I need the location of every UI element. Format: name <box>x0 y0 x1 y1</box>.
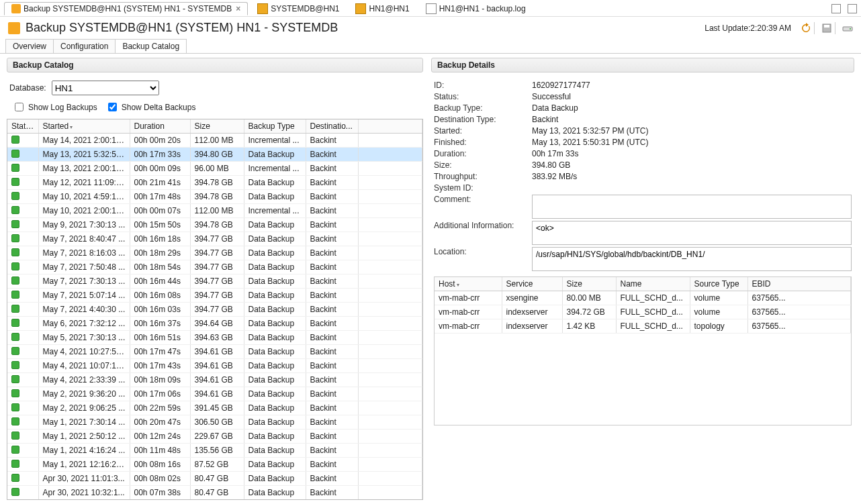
col-service[interactable]: Service <box>502 277 562 291</box>
hsize-cell: 394.72 GB <box>562 305 616 319</box>
table-row[interactable]: May 1, 2021 7:30:14 ...00h 20m 47s306.50… <box>7 415 422 430</box>
table-row[interactable]: May 7, 2021 4:40:30 ...00h 16m 03s394.77… <box>7 303 422 317</box>
table-row[interactable]: May 5, 2021 7:30:13 ...00h 16m 51s394.63… <box>7 331 422 345</box>
col-duration[interactable]: Duration <box>130 119 190 134</box>
subtab-overview[interactable]: Overview <box>5 39 54 53</box>
col-ebid[interactable]: EBID <box>747 277 851 291</box>
started-cell: Apr 30, 2021 11:01:3... <box>38 472 130 486</box>
table-row[interactable]: May 2, 2021 9:36:20 ...00h 17m 06s394.61… <box>7 387 422 401</box>
started-cell: May 4, 2021 10:07:13... <box>38 359 130 373</box>
show-delta-backups-checkbox[interactable]: Show Delta Backups <box>105 101 196 113</box>
table-row[interactable]: May 13, 2021 5:32:57...00h 17m 33s394.80… <box>7 148 422 162</box>
comment-textarea[interactable] <box>532 195 852 219</box>
val-system-id <box>532 183 852 193</box>
col-filler <box>358 119 422 134</box>
minimize-icon[interactable] <box>831 4 841 13</box>
col-hsize[interactable]: Size <box>562 277 616 291</box>
status-cell <box>7 289 38 303</box>
duration-cell: 00h 16m 18s <box>130 232 190 246</box>
table-row[interactable]: May 1, 2021 2:50:12 ...00h 12m 24s229.67… <box>7 430 422 444</box>
drive-button[interactable] <box>842 23 853 34</box>
table-row[interactable]: May 1, 2021 4:16:24 ...00h 11m 48s135.56… <box>7 444 422 458</box>
table-row[interactable]: May 1, 2021 12:16:21...00h 08m 16s87.52 … <box>7 458 422 472</box>
started-cell: May 4, 2021 2:33:39 ... <box>38 373 130 387</box>
type-cell: Data Backup <box>244 444 306 458</box>
host-table[interactable]: Host Service Size Name Source Type EBID … <box>435 277 851 334</box>
maximize-icon[interactable] <box>848 4 857 13</box>
status-cell <box>7 232 38 246</box>
table-row[interactable]: May 14, 2021 2:00:13...00h 00m 20s112.00… <box>7 134 422 148</box>
dest-cell: Backint <box>306 373 358 387</box>
lbl-comment: Comment: <box>434 195 521 219</box>
host-table-box[interactable]: Host Service Size Name Source Type EBID … <box>434 276 852 425</box>
subtab-backup-catalog[interactable]: Backup Catalog <box>115 39 187 53</box>
table-row[interactable]: May 6, 2021 7:32:12 ...00h 16m 37s394.64… <box>7 317 422 331</box>
status-ok-icon <box>11 220 19 228</box>
location-textarea[interactable] <box>532 247 852 271</box>
col-source-type[interactable]: Source Type <box>690 277 747 291</box>
panel-backup-catalog: Backup Catalog Database: HN1 Show Log Ba… <box>7 58 423 500</box>
type-cell: Data Backup <box>244 387 306 401</box>
table-row[interactable]: May 7, 2021 5:07:14 ...00h 16m 08s394.77… <box>7 289 422 303</box>
size-cell: 135.56 GB <box>190 444 244 458</box>
col-size[interactable]: Size <box>190 119 244 134</box>
col-host[interactable]: Host <box>435 277 502 291</box>
table-row[interactable]: May 13, 2021 2:00:13...00h 00m 09s96.00 … <box>7 162 422 176</box>
table-row[interactable]: Apr 30, 2021 11:01:3...00h 08m 02s80.47 … <box>7 472 422 486</box>
type-cell: Data Backup <box>244 274 306 289</box>
status-ok-icon <box>11 375 19 383</box>
duration-cell: 00h 22m 59s <box>130 401 190 415</box>
table-row[interactable]: May 4, 2021 2:33:39 ...00h 18m 09s394.61… <box>7 373 422 387</box>
table-row[interactable]: May 7, 2021 7:50:48 ...00h 18m 54s394.77… <box>7 260 422 274</box>
table-row[interactable]: vm-mab-crrindexserver1.42 KBFULL_SCHD_d.… <box>435 319 851 334</box>
table-row[interactable]: May 10, 2021 2:00:14...00h 00m 07s112.00… <box>7 204 422 218</box>
col-started[interactable]: Started <box>38 119 130 134</box>
type-cell: Data Backup <box>244 148 306 162</box>
status-ok-icon <box>11 347 19 355</box>
table-row[interactable]: May 10, 2021 4:59:10...00h 17m 48s394.78… <box>7 190 422 204</box>
col-backup-type[interactable]: Backup Type <box>244 119 306 134</box>
save-button[interactable] <box>821 23 832 34</box>
add-info-textarea[interactable] <box>532 221 852 245</box>
database-select[interactable]: HN1 <box>52 81 159 95</box>
catalog-table-scroll[interactable]: Status Started Duration Size Backup Type… <box>7 119 422 499</box>
show-log-backups-checkbox[interactable]: Show Log Backups <box>12 101 97 113</box>
table-row[interactable]: vm-mab-crrindexserver394.72 GBFULL_SCHD_… <box>435 305 851 319</box>
table-row[interactable]: May 7, 2021 8:40:47 ...00h 16m 18s394.77… <box>7 232 422 246</box>
system-icon <box>355 3 366 14</box>
table-row[interactable]: Apr 30, 2021 10:32:1...00h 07m 38s80.47 … <box>7 486 422 500</box>
table-row[interactable]: May 4, 2021 10:27:57...00h 17m 47s394.61… <box>7 345 422 359</box>
size-cell: 80.47 GB <box>190 486 244 500</box>
table-row[interactable]: May 7, 2021 8:16:03 ...00h 18m 29s394.77… <box>7 246 422 260</box>
col-destination[interactable]: Destinatio... <box>306 119 358 134</box>
table-row[interactable]: vm-mab-crrxsengine80.00 MBFULL_SCHD_d...… <box>435 291 851 305</box>
val-started: May 13, 2021 5:32:57 PM (UTC) <box>532 126 852 136</box>
table-row[interactable]: May 9, 2021 7:30:13 ...00h 15m 50s394.78… <box>7 218 422 232</box>
duration-cell: 00h 20m 47s <box>130 415 190 430</box>
catalog-table[interactable]: Status Started Duration Size Backup Type… <box>7 119 422 499</box>
show-log-backups-input[interactable] <box>15 103 24 111</box>
table-row[interactable]: May 12, 2021 11:09:5...00h 21m 41s394.78… <box>7 176 422 190</box>
status-cell <box>7 274 38 289</box>
tab-backup-log[interactable]: HN1@HN1 - backup.log <box>419 2 533 15</box>
size-cell: 391.45 GB <box>190 401 244 415</box>
close-icon[interactable]: × <box>236 4 240 13</box>
table-row[interactable]: May 2, 2021 9:06:25 ...00h 22m 59s391.45… <box>7 401 422 415</box>
tab-systemdb[interactable]: SYSTEMDB@HN1 <box>251 2 346 15</box>
size-cell: 394.78 GB <box>190 176 244 190</box>
status-cell <box>7 176 38 190</box>
table-row[interactable]: May 4, 2021 10:07:13...00h 17m 43s394.61… <box>7 359 422 373</box>
show-delta-backups-input[interactable] <box>108 103 117 111</box>
table-row[interactable]: May 7, 2021 7:30:13 ...00h 16m 44s394.77… <box>7 274 422 289</box>
col-name[interactable]: Name <box>616 277 690 291</box>
subtab-configuration[interactable]: Configuration <box>53 39 116 53</box>
size-cell: 112.00 MB <box>190 204 244 218</box>
refresh-button[interactable] <box>801 23 811 34</box>
started-cell: May 14, 2021 2:00:13... <box>38 134 130 148</box>
status-cell <box>7 134 38 148</box>
duration-cell: 00h 16m 44s <box>130 274 190 289</box>
separator <box>835 22 835 34</box>
tab-hn1[interactable]: HN1@HN1 <box>349 2 416 15</box>
col-status[interactable]: Status <box>7 119 38 134</box>
tab-backup-editor[interactable]: Backup SYSTEMDB@HN1 (SYSTEM) HN1 - SYSTE… <box>4 2 248 15</box>
